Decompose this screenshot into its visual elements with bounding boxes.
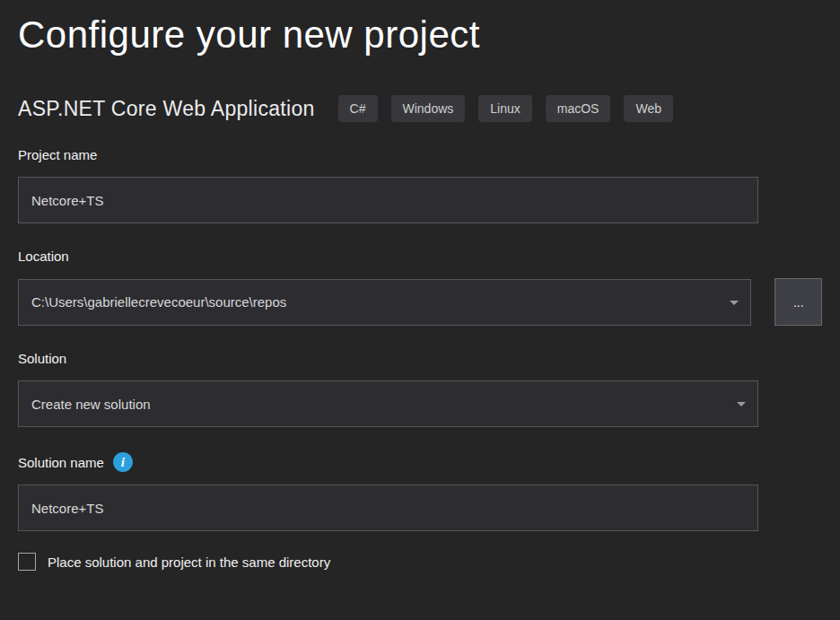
project-name-field: Project name	[18, 147, 822, 223]
template-tags: C# Windows Linux macOS Web	[338, 95, 673, 122]
solution-name-label-row: Solution name i	[18, 452, 822, 472]
tag-windows: Windows	[391, 95, 466, 122]
solution-name-input[interactable]	[18, 485, 758, 531]
location-row: C:\Users\gabriellecrevecoeur\source\repo…	[18, 278, 822, 326]
tag-linux: Linux	[478, 95, 531, 122]
location-combobox[interactable]: C:\Users\gabriellecrevecoeur\source\repo…	[18, 279, 751, 326]
same-directory-checkbox[interactable]	[18, 553, 36, 571]
solution-name-field: Solution name i	[18, 452, 822, 531]
solution-value: Create new solution	[31, 397, 151, 412]
tag-web: Web	[624, 95, 673, 122]
solution-label: Solution	[18, 351, 822, 366]
same-directory-label: Place solution and project in the same d…	[48, 555, 330, 570]
location-field: Location C:\Users\gabriellecrevecoeur\so…	[18, 249, 822, 326]
project-name-input[interactable]	[18, 177, 758, 223]
template-name: ASP.NET Core Web Application	[18, 97, 315, 121]
page-title: Configure your new project	[18, 13, 822, 57]
browse-button[interactable]: ...	[774, 278, 822, 326]
project-name-label: Project name	[18, 147, 822, 162]
template-row: ASP.NET Core Web Application C# Windows …	[18, 95, 822, 122]
chevron-down-icon	[737, 402, 746, 406]
solution-field: Solution Create new solution	[18, 351, 822, 427]
solution-name-label: Solution name	[18, 455, 104, 470]
configure-project-dialog: Configure your new project ASP.NET Core …	[0, 0, 840, 571]
solution-combobox[interactable]: Create new solution	[18, 380, 758, 427]
tag-csharp: C#	[338, 95, 378, 122]
tag-macos: macOS	[546, 95, 611, 122]
info-icon[interactable]: i	[113, 452, 133, 472]
same-directory-row: Place solution and project in the same d…	[18, 553, 822, 571]
location-value: C:\Users\gabriellecrevecoeur\source\repo…	[31, 294, 286, 310]
location-label: Location	[18, 249, 822, 264]
chevron-down-icon	[730, 301, 739, 305]
